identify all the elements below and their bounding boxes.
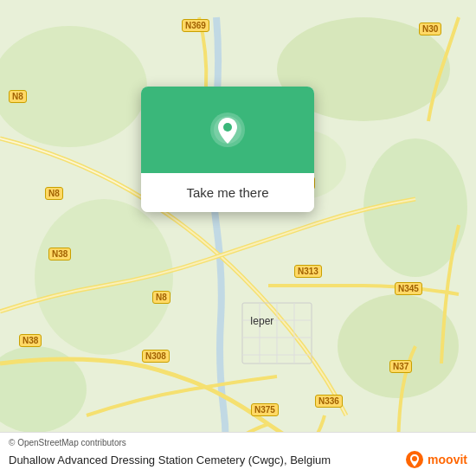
road-label-n308: N308 [142, 350, 170, 363]
moovit-logo: moovit [405, 450, 467, 469]
road-label-n8-bot: N8 [152, 291, 170, 304]
copyright-text: © OpenStreetMap contributors [9, 438, 467, 447]
road-label-n375: N375 [251, 403, 279, 416]
road-label-n30: N30 [419, 23, 441, 35]
svg-point-5 [338, 294, 459, 398]
location-name: Duhallow Advanced Dressing Station Cemet… [9, 453, 331, 466]
popup-card-top [141, 87, 314, 173]
svg-point-19 [412, 456, 417, 461]
moovit-text: moovit [428, 453, 467, 466]
city-label-ieper: Ieper [250, 315, 273, 327]
road-label-n37: N37 [389, 360, 412, 373]
road-label-n336: N336 [315, 395, 343, 408]
take-me-there-button[interactable]: Take me there [141, 173, 314, 212]
road-label-n369: N369 [182, 19, 209, 32]
road-label-n8-left: N8 [9, 90, 27, 103]
road-label-n8-mid1: N8 [45, 187, 63, 200]
road-label-n38-mid: N38 [48, 248, 71, 261]
road-label-n313: N313 [294, 265, 322, 278]
moovit-icon [405, 450, 424, 469]
map-container: N369 N8 N8 N38 N38 N38 N8 N313 N345 N308… [0, 0, 476, 476]
road-label-n38-bot: N38 [19, 334, 42, 347]
svg-point-17 [223, 123, 232, 132]
road-label-n345: N345 [395, 282, 422, 295]
location-pin-icon [209, 111, 247, 149]
map-svg [0, 0, 476, 476]
bottom-bar: © OpenStreetMap contributors Duhallow Ad… [0, 432, 476, 476]
popup-card: Take me there [141, 87, 314, 212]
